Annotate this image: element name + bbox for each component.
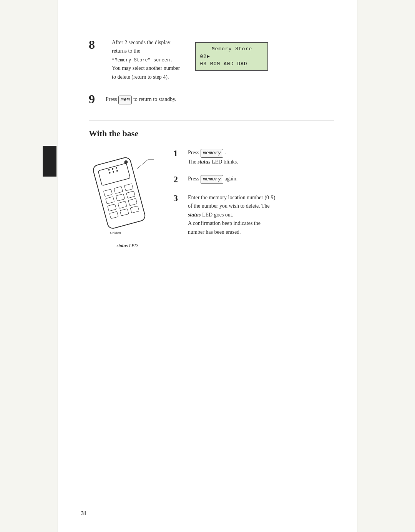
step-1-row: 1 Press memory . The status LED blinks.: [173, 148, 334, 166]
svg-point-7: [116, 170, 118, 172]
lcd-row1: Memory Store: [200, 45, 264, 53]
with-base-content: Uniden status LED 1 Press memory . The s…: [89, 148, 334, 249]
svg-point-6: [113, 171, 115, 173]
left-tab: [43, 146, 56, 177]
step-9-section: 9 Press mem to return to standby.: [89, 93, 334, 105]
phone-illustration: Uniden status LED: [89, 148, 166, 249]
status-led-label: status LED: [89, 243, 166, 249]
step-8-text: After 2 seconds the display returns to t…: [112, 38, 180, 81]
step-1-number: 1: [173, 148, 183, 159]
step-9-text: Press mem to return to standby.: [106, 93, 176, 104]
svg-rect-0: [92, 157, 146, 230]
step-2-text: Press memory again.: [188, 174, 237, 184]
svg-rect-12: [116, 194, 125, 201]
memory-button-1: memory: [201, 149, 223, 158]
svg-rect-8: [103, 189, 112, 197]
svg-rect-13: [126, 191, 135, 198]
lcd-row3: 03 MOM AND DAD: [200, 60, 264, 68]
page: 8 After 2 seconds the display returns to…: [58, 0, 357, 532]
step-8-right: After 2 seconds the display returns to t…: [112, 38, 268, 81]
step-8-number: 8: [89, 38, 100, 51]
svg-rect-9: [114, 187, 123, 194]
svg-rect-19: [130, 206, 139, 213]
svg-rect-15: [118, 201, 127, 208]
svg-point-3: [112, 168, 114, 170]
step-2-row: 2 Press memory again.: [173, 174, 334, 185]
svg-rect-17: [110, 211, 118, 219]
step-1-text: Press memory . The status LED blinks.: [188, 148, 238, 166]
lcd-display: Memory Store 02► 03 MOM AND DAD: [195, 42, 268, 71]
step-2-number: 2: [173, 174, 183, 185]
svg-rect-14: [108, 204, 116, 211]
step-8-content: After 2 seconds the display returns to t…: [112, 38, 180, 81]
svg-rect-10: [124, 183, 133, 191]
divider: [89, 121, 334, 121]
section-title: With the base: [89, 129, 334, 139]
svg-point-5: [109, 172, 111, 174]
svg-rect-11: [106, 197, 115, 204]
svg-line-22: [137, 159, 148, 169]
svg-rect-18: [120, 209, 129, 216]
svg-point-2: [108, 169, 110, 171]
lcd-row2: 02►: [200, 53, 264, 61]
steps-right: 1 Press memory . The status LED blinks. …: [173, 148, 334, 244]
svg-text:Uniden: Uniden: [110, 231, 121, 235]
step-9-number: 9: [89, 93, 100, 105]
phone-svg: Uniden: [89, 148, 162, 240]
svg-point-4: [115, 167, 117, 169]
mem-button-label: mem: [118, 96, 132, 104]
step-8-section: 8 After 2 seconds the display returns to…: [89, 38, 334, 81]
step-3-number: 3: [173, 193, 183, 204]
step-3-row: 3 Enter the memory location number (0-9)…: [173, 193, 334, 236]
page-number: 31: [81, 511, 86, 517]
svg-rect-1: [98, 163, 130, 185]
memory-button-2: memory: [201, 175, 223, 184]
step-3-text: Enter the memory location number (0-9) o…: [188, 193, 275, 236]
svg-rect-16: [128, 198, 137, 206]
